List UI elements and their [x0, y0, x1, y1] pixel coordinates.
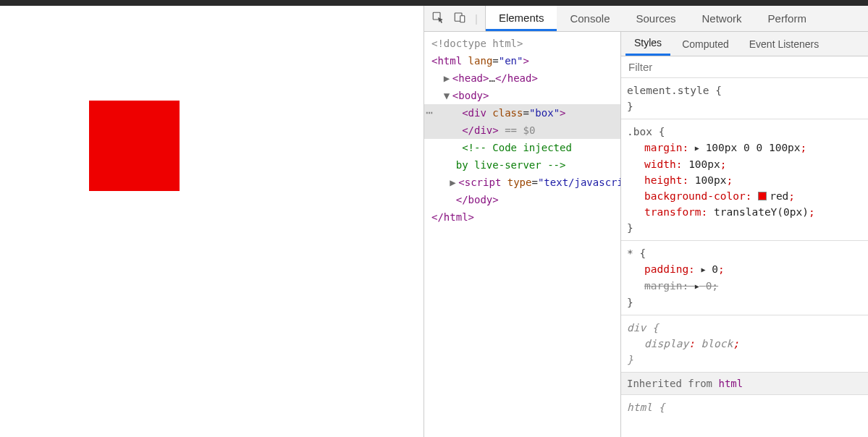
body-close-tag[interactable]: </body>: [424, 191, 620, 208]
devtools-body: <!doctype html> <html lang="en"> ▶<head>…: [424, 32, 868, 437]
prop-transform[interactable]: transform: translateY(0px);: [627, 204, 862, 220]
selection-marker-dots-icon[interactable]: ⋯: [424, 104, 433, 122]
prop-padding[interactable]: padding: ▶ 0;: [627, 261, 862, 278]
html-open-tag[interactable]: <html lang="en">: [424, 52, 620, 69]
head-tag[interactable]: ▶<head>…</head>: [424, 69, 620, 87]
tab-network[interactable]: Network: [689, 6, 755, 31]
expand-triangle-icon[interactable]: ▶: [701, 262, 706, 278]
selected-div-close[interactable]: </div> == $0: [424, 122, 620, 139]
expand-triangle-icon[interactable]: ▶: [444, 69, 452, 87]
css-rules-list: element.style { } .box { margin: ▶ 100px…: [621, 78, 868, 437]
collapse-triangle-icon[interactable]: ▼: [444, 87, 452, 104]
rule-box[interactable]: .box { margin: ▶ 100px 0 0 100px; width:…: [621, 119, 868, 241]
selected-div-tag[interactable]: ⋯ <div class="box">: [424, 104, 620, 122]
divider: |: [475, 12, 478, 25]
body-open-tag[interactable]: ▼<body>: [424, 87, 620, 104]
styles-tab-bar: Styles Computed Event Listeners: [621, 32, 868, 56]
styles-filter-input[interactable]: [628, 61, 861, 73]
prop-width[interactable]: width: 100px;: [627, 156, 862, 172]
page-viewport: [0, 6, 424, 437]
tab-computed[interactable]: Computed: [673, 32, 738, 56]
html-close-tag[interactable]: </html>: [424, 208, 620, 226]
main-area: | Elements Console Sources Network Perfo…: [0, 6, 868, 437]
devtools-tab-bar: | Elements Console Sources Network Perfo…: [424, 6, 868, 32]
color-swatch-icon[interactable]: [758, 192, 767, 200]
expand-triangle-icon[interactable]: ▶: [695, 279, 699, 294]
styles-filter-row: [621, 56, 868, 78]
tab-performance[interactable]: Perform: [755, 6, 819, 31]
rule-element-style[interactable]: element.style { }: [621, 78, 868, 119]
rendered-box-element[interactable]: [89, 101, 180, 191]
dom-tree-panel[interactable]: <!doctype html> <html lang="en"> ▶<head>…: [424, 32, 621, 437]
expand-triangle-icon[interactable]: ▶: [450, 174, 458, 191]
expand-triangle-icon[interactable]: ▶: [695, 140, 699, 156]
tab-console[interactable]: Console: [557, 6, 623, 31]
inherited-from-bar: Inherited from html: [621, 373, 868, 395]
script-tag[interactable]: ▶<script type="text/javascript">…</scrip…: [424, 174, 620, 191]
tab-sources[interactable]: Sources: [623, 6, 688, 31]
prop-margin-overridden[interactable]: margin: ▶ 0;: [627, 278, 862, 294]
doctype-line[interactable]: <!doctype html>: [431, 38, 523, 49]
tab-event-listeners[interactable]: Event Listeners: [741, 32, 828, 56]
prop-background-color[interactable]: background-color: red;: [627, 188, 862, 204]
devtools-tool-icons: |: [424, 6, 486, 31]
rule-div-ua[interactable]: div { display: block; }: [621, 315, 868, 373]
comment-line-2[interactable]: by live-server -->: [424, 156, 620, 174]
tab-styles[interactable]: Styles: [625, 32, 670, 56]
inspect-element-icon[interactable]: [431, 11, 444, 26]
window-top-bar: [0, 0, 868, 6]
tab-elements[interactable]: Elements: [486, 6, 557, 31]
prop-margin[interactable]: margin: ▶ 100px 0 0 100px;: [627, 140, 862, 156]
comment-line-1[interactable]: <!-- Code injected: [424, 139, 620, 156]
devtools-panel: | Elements Console Sources Network Perfo…: [424, 6, 868, 437]
styles-side-panel: Styles Computed Event Listeners element.…: [621, 32, 868, 437]
svg-rect-2: [460, 16, 465, 22]
device-toolbar-icon[interactable]: [453, 11, 466, 26]
prop-height[interactable]: height: 100px;: [627, 172, 862, 188]
rule-html-ua[interactable]: html {: [621, 395, 868, 415]
prop-display[interactable]: display: block;: [627, 336, 862, 352]
rule-universal[interactable]: * { padding: ▶ 0; margin: ▶ 0; }: [621, 241, 868, 315]
